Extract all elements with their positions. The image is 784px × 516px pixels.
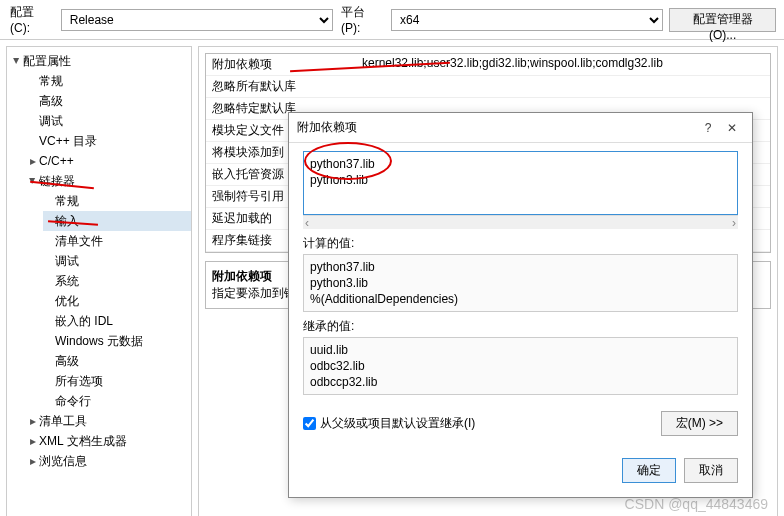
- inherit-checkbox-row[interactable]: 从父级或项目默认设置继承(I): [303, 415, 653, 432]
- tree-item-label: C/C++: [39, 154, 74, 168]
- tree-item-label: 优化: [55, 294, 79, 308]
- macro-button[interactable]: 宏(M) >>: [661, 411, 738, 436]
- tree-item-label: 高级: [55, 354, 79, 368]
- tree-item-label: 调试: [55, 254, 79, 268]
- tree-item-label: 命令行: [55, 394, 91, 408]
- dialog-title: 附加依赖项: [297, 119, 696, 136]
- tree-item[interactable]: 清单文件: [43, 231, 191, 251]
- config-toolbar: 配置(C): Release 平台(P): x64 配置管理器(O)...: [0, 0, 784, 40]
- tree-item[interactable]: 系统: [43, 271, 191, 291]
- tree-item[interactable]: 命令行: [43, 391, 191, 411]
- tree-item[interactable]: 链接器常规输入清单文件调试系统优化嵌入的 IDLWindows 元数据高级所有选…: [27, 171, 191, 411]
- list-item: odbccp32.lib: [310, 374, 731, 390]
- list-item: odbc32.lib: [310, 358, 731, 374]
- tree-item-label: 常规: [55, 194, 79, 208]
- deps-input-textarea[interactable]: python37.libpython3.lib: [303, 151, 738, 215]
- config-manager-button[interactable]: 配置管理器(O)...: [669, 8, 776, 32]
- platform-label: 平台(P):: [339, 4, 385, 35]
- tree-item[interactable]: 输入: [43, 211, 191, 231]
- tree-item[interactable]: 浏览信息: [27, 451, 191, 471]
- tree-item-label: 常规: [39, 74, 63, 88]
- property-value[interactable]: [356, 76, 770, 97]
- config-select[interactable]: Release: [61, 9, 333, 31]
- list-item: python37.lib: [310, 156, 731, 172]
- property-row[interactable]: 忽略所有默认库: [206, 76, 770, 98]
- tree-item-label: 所有选项: [55, 374, 103, 388]
- tree-item-label: Windows 元数据: [55, 334, 143, 348]
- tree-item[interactable]: 调试: [43, 251, 191, 271]
- property-name: 附加依赖项: [206, 54, 356, 75]
- close-icon[interactable]: ✕: [720, 121, 744, 135]
- dialog-buttons: 确定 取消: [289, 450, 752, 497]
- tree-panel[interactable]: 配置属性常规高级调试VC++ 目录C/C++链接器常规输入清单文件调试系统优化嵌…: [6, 46, 192, 516]
- config-label: 配置(C):: [8, 4, 55, 35]
- tree-root-label[interactable]: 配置属性: [23, 54, 71, 68]
- tree-item[interactable]: 常规: [27, 71, 191, 91]
- inherited-label: 继承的值:: [303, 318, 738, 335]
- tree-item[interactable]: 调试: [27, 111, 191, 131]
- tree-item-label: 系统: [55, 274, 79, 288]
- inherited-values-box: uuid.libodbc32.libodbccp32.lib: [303, 337, 738, 395]
- tree-item[interactable]: 高级: [43, 351, 191, 371]
- dialog-footer: 从父级或项目默认设置继承(I) 宏(M) >>: [289, 403, 752, 450]
- expand-icon[interactable]: [11, 51, 23, 71]
- tree-item[interactable]: 清单工具: [27, 411, 191, 431]
- tree-item-label: 清单文件: [55, 234, 103, 248]
- inherit-checkbox-label: 从父级或项目默认设置继承(I): [320, 415, 475, 432]
- expand-icon[interactable]: [27, 411, 39, 431]
- expand-icon[interactable]: [27, 151, 39, 171]
- additional-deps-dialog: 附加依赖项 ? ✕ python37.libpython3.lib ‹› 计算的…: [288, 112, 753, 498]
- tree-item[interactable]: Windows 元数据: [43, 331, 191, 351]
- computed-values-box: python37.libpython3.lib%(AdditionalDepen…: [303, 254, 738, 312]
- tree-item[interactable]: 嵌入的 IDL: [43, 311, 191, 331]
- tree-item-label: 浏览信息: [39, 454, 87, 468]
- ok-button[interactable]: 确定: [622, 458, 676, 483]
- tree-item-label: 链接器: [39, 174, 75, 188]
- property-row[interactable]: 附加依赖项kernel32.lib;user32.lib;gdi32.lib;w…: [206, 54, 770, 76]
- list-item: python37.lib: [310, 259, 731, 275]
- tree-item-label: VC++ 目录: [39, 134, 97, 148]
- tree-item[interactable]: VC++ 目录: [27, 131, 191, 151]
- dialog-titlebar: 附加依赖项 ? ✕: [289, 113, 752, 143]
- property-name: 忽略所有默认库: [206, 76, 356, 97]
- list-item: uuid.lib: [310, 342, 731, 358]
- dialog-body: python37.libpython3.lib ‹› 计算的值: python3…: [289, 143, 752, 403]
- property-value[interactable]: kernel32.lib;user32.lib;gdi32.lib;winspo…: [356, 54, 770, 75]
- tree-item-label: XML 文档生成器: [39, 434, 127, 448]
- tree-item[interactable]: C/C++: [27, 151, 191, 171]
- help-icon[interactable]: ?: [696, 121, 720, 135]
- list-item: python3.lib: [310, 172, 731, 188]
- tree-item-label: 高级: [39, 94, 63, 108]
- tree-item-label: 调试: [39, 114, 63, 128]
- tree-item[interactable]: XML 文档生成器: [27, 431, 191, 451]
- inherit-checkbox[interactable]: [303, 417, 316, 430]
- tree-item-label: 清单工具: [39, 414, 87, 428]
- expand-icon[interactable]: [27, 431, 39, 451]
- expand-icon[interactable]: [27, 451, 39, 471]
- list-item: %(AdditionalDependencies): [310, 291, 731, 307]
- tree-item[interactable]: 优化: [43, 291, 191, 311]
- tree-item-label: 输入: [55, 214, 79, 228]
- property-tree: 配置属性常规高级调试VC++ 目录C/C++链接器常规输入清单文件调试系统优化嵌…: [7, 51, 191, 471]
- computed-label: 计算的值:: [303, 235, 738, 252]
- tree-item-label: 嵌入的 IDL: [55, 314, 113, 328]
- cancel-button[interactable]: 取消: [684, 458, 738, 483]
- list-item: python3.lib: [310, 275, 731, 291]
- tree-item[interactable]: 高级: [27, 91, 191, 111]
- scrollbar-horizontal[interactable]: ‹›: [303, 215, 738, 229]
- tree-item[interactable]: 所有选项: [43, 371, 191, 391]
- expand-icon[interactable]: [27, 171, 39, 191]
- tree-item[interactable]: 常规: [43, 191, 191, 211]
- platform-select[interactable]: x64: [391, 9, 663, 31]
